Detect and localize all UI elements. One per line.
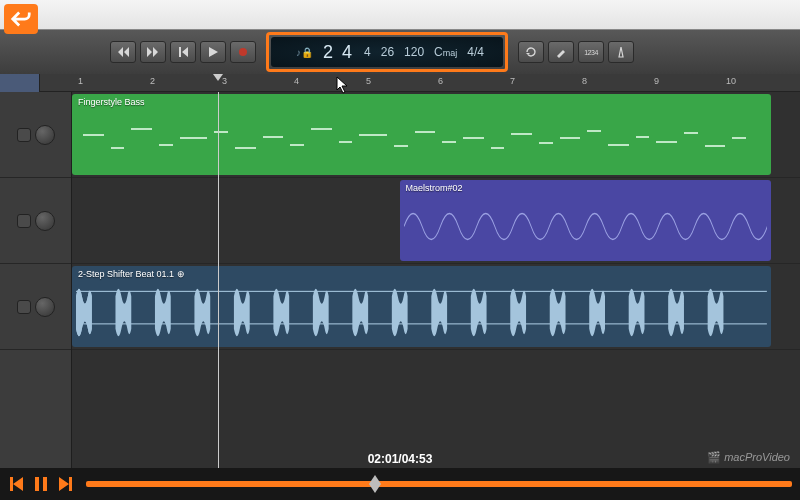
midi-notes-icon xyxy=(76,110,767,171)
region-label: Fingerstyle Bass xyxy=(72,94,771,110)
ruler-tick: 2 xyxy=(150,76,155,86)
ruler-tick: 4 xyxy=(294,76,299,86)
note-icon: ♪🔒 xyxy=(296,47,313,58)
ruler-tick: 5 xyxy=(366,76,371,86)
track-header[interactable] xyxy=(0,264,71,350)
back-button[interactable] xyxy=(4,4,38,34)
audio-region[interactable]: 2-Step Shifter Beat 01.1 ⊕ xyxy=(72,266,771,347)
record-button[interactable] xyxy=(230,41,256,63)
ruler-tick: 9 xyxy=(654,76,659,86)
track-header[interactable] xyxy=(0,92,71,178)
mute-toggle[interactable] xyxy=(17,300,31,314)
ruler-tick: 1 xyxy=(78,76,83,86)
lcd-beat: 4 xyxy=(364,45,371,59)
svg-rect-1 xyxy=(76,291,767,292)
go-to-start-button[interactable] xyxy=(170,41,196,63)
video-progress-bar[interactable] xyxy=(86,481,792,487)
lcd-tempo: 120 xyxy=(404,45,424,59)
svg-rect-3 xyxy=(35,477,39,491)
brand-watermark: macProVideo xyxy=(707,451,790,464)
midi-region[interactable]: Fingerstyle Bass xyxy=(72,94,771,175)
ruler-tick: 10 xyxy=(726,76,736,86)
cycle-button[interactable] xyxy=(518,41,544,63)
playhead[interactable] xyxy=(218,92,219,468)
mute-toggle[interactable] xyxy=(17,128,31,142)
lcd-bars: 2 4 xyxy=(323,42,354,63)
svg-marker-5 xyxy=(369,475,381,493)
play-button[interactable] xyxy=(200,41,226,63)
lcd-key: Cmaj xyxy=(434,45,457,59)
svg-rect-2 xyxy=(76,323,767,324)
track-header-column xyxy=(0,92,72,468)
fast-forward-button[interactable] xyxy=(140,41,166,63)
cursor-icon xyxy=(336,76,350,98)
arrange-area: Fingerstyle Bass Maelstrom#02 xyxy=(0,92,800,468)
tuner-button[interactable] xyxy=(548,41,574,63)
lcd-timesig: 4/4 xyxy=(467,45,484,59)
video-timecode: 02:01/04:53 xyxy=(368,452,433,466)
player-prev-button[interactable] xyxy=(4,472,26,496)
mute-toggle[interactable] xyxy=(17,214,31,228)
video-player-bar xyxy=(0,468,800,500)
audio-region[interactable]: Maelstrom#02 xyxy=(400,180,771,261)
progress-thumb[interactable] xyxy=(369,475,381,493)
rewind-button[interactable] xyxy=(110,41,136,63)
count-in-button[interactable]: 1234 xyxy=(578,41,604,63)
pan-knob[interactable] xyxy=(35,211,55,231)
ruler-tick: 8 xyxy=(582,76,587,86)
player-next-button[interactable] xyxy=(56,472,78,496)
lcd-division: 26 xyxy=(381,45,394,59)
track-header[interactable] xyxy=(0,178,71,264)
player-pause-button[interactable] xyxy=(30,472,52,496)
metronome-button[interactable] xyxy=(608,41,634,63)
library-tab[interactable] xyxy=(0,74,40,92)
svg-point-0 xyxy=(239,48,247,56)
lcd-highlight-box: ♪🔒 2 4 4 26 120 Cmaj 4/4 xyxy=(266,32,508,72)
pan-knob[interactable] xyxy=(35,297,55,317)
pan-knob[interactable] xyxy=(35,125,55,145)
timeline-ruler[interactable]: 1 2 3 4 5 6 7 8 9 10 xyxy=(0,74,800,92)
transport-toolbar: ♪🔒 2 4 4 26 120 Cmaj 4/4 1234 xyxy=(0,30,800,74)
ruler-tick: 7 xyxy=(510,76,515,86)
svg-rect-4 xyxy=(43,477,47,491)
waveform-icon xyxy=(404,194,767,259)
waveform-icon xyxy=(76,280,767,345)
lcd-display[interactable]: ♪🔒 2 4 4 26 120 Cmaj 4/4 xyxy=(271,37,503,67)
ruler-tick: 6 xyxy=(438,76,443,86)
